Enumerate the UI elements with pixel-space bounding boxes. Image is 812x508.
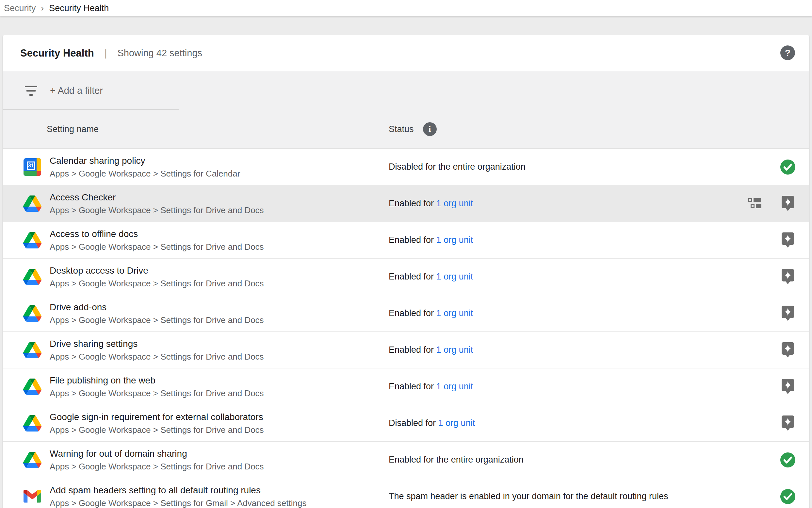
row-trailing-icon-slot[interactable] [780,342,796,358]
status-text: Enabled for [389,381,436,392]
status-ok-icon [780,489,796,504]
status-text: Disabled for [389,418,438,428]
setting-title: File publishing on the web [50,375,264,386]
setting-title: Add spam headers setting to all default … [50,485,306,496]
page-title: Security Health [20,47,94,59]
title-separator: | [104,48,107,59]
add-filter-button[interactable]: + Add a filter [50,85,103,96]
table-header: Setting name Status i [3,110,809,149]
table-row[interactable]: Access to offline docs Apps > Google Wor… [3,222,809,259]
recommendation-flag-icon[interactable] [782,379,794,394]
status-text: Enabled for [389,272,436,282]
setting-path: Apps > Google Workspace > Settings for D… [50,242,264,252]
org-unit-link[interactable]: 1 org unit [436,345,473,355]
table-row[interactable]: Warning for out of domain sharing Apps >… [3,441,809,478]
row-trailing-icon-slot[interactable] [780,232,796,248]
row-trailing-icon-slot[interactable] [780,305,796,322]
row-trailing-icon-slot[interactable] [780,415,796,431]
table-row[interactable]: Google sign-in requirement for external … [3,405,809,441]
setting-path: Apps > Google Workspace > Settings for D… [50,461,264,472]
row-trailing-icon-slot[interactable] [780,489,796,505]
setting-path: Apps > Google Workspace > Settings for D… [50,278,264,289]
settings-list: 31 Calendar sharing policy Apps > Google… [3,149,809,508]
app-icon-cell: 31 [23,158,42,176]
card-header: Security Health | Showing 42 settings ? [3,35,809,71]
table-row[interactable]: Add spam headers setting to all default … [3,478,809,508]
security-health-card: Security Health | Showing 42 settings ? … [3,35,809,508]
table-row[interactable]: 31 Calendar sharing policy Apps > Google… [3,149,809,185]
app-icon-cell [23,451,42,469]
table-row[interactable]: File publishing on the web Apps > Google… [3,369,809,405]
setting-path: Apps > Google Workspace > Settings for D… [50,205,264,215]
filter-list-icon [25,86,38,96]
drive-icon [23,196,42,212]
setting-path: Apps > Google Workspace > Settings for C… [50,168,240,179]
recommendation-flag-icon[interactable] [782,306,794,321]
drive-icon [23,342,42,358]
recommendation-flag-icon[interactable] [782,416,794,431]
drive-icon [23,452,42,468]
row-trailing-icon-slot[interactable] [780,196,796,212]
recommendation-flag-icon[interactable] [782,269,794,284]
setting-title: Calendar sharing policy [50,155,240,166]
row-trailing-icon-slot[interactable] [780,452,796,468]
status-text: The spam header is enabled in your domai… [389,491,668,502]
setting-path: Apps > Google Workspace > Settings for G… [50,498,306,508]
status-ok-icon [780,452,796,468]
status-text: Enabled for [389,345,436,355]
drive-icon [23,269,42,285]
calendar-icon: 31 [23,158,41,176]
app-icon-cell [23,195,42,213]
org-unit-link[interactable]: 1 org unit [436,381,473,392]
org-unit-assignment-icon [748,198,761,208]
info-icon[interactable]: i [423,122,437,136]
column-setting-name: Setting name [47,124,99,134]
recommendation-flag-icon[interactable] [782,232,794,248]
setting-path: Apps > Google Workspace > Settings for D… [50,425,264,435]
help-icon[interactable]: ? [780,45,795,60]
setting-title: Drive sharing settings [50,338,264,349]
status-text: Enabled for [389,199,436,209]
org-unit-link[interactable]: 1 org unit [436,272,473,282]
row-trailing-icon-slot[interactable] [780,379,796,395]
settings-count: Showing 42 settings [117,48,202,58]
recommendation-flag-icon[interactable] [782,342,794,357]
setting-path: Apps > Google Workspace > Settings for D… [50,351,264,362]
breadcrumb-chevron-icon: › [41,3,44,13]
status-text: Enabled for the entire organization [389,455,524,465]
setting-title: Google sign-in requirement for external … [50,412,264,423]
app-icon-cell [23,488,42,506]
app-icon-cell [23,268,42,286]
org-unit-link[interactable]: 1 org unit [436,308,473,319]
table-row[interactable]: Access Checker Apps > Google Workspace >… [3,185,809,222]
org-unit-link[interactable]: 1 org unit [438,418,475,428]
row-trailing-icon-slot[interactable] [780,269,796,285]
gmail-icon [23,490,41,503]
org-unit-link[interactable]: 1 org unit [436,199,473,209]
drive-icon [23,232,42,248]
breadcrumb-security[interactable]: Security [4,3,36,13]
status-ok-icon [780,159,796,175]
recommendation-flag-icon[interactable] [782,196,794,211]
status-text: Enabled for [389,235,436,245]
table-row[interactable]: Desktop access to Drive Apps > Google Wo… [3,259,809,295]
drive-icon [23,379,42,395]
status-text: Disabled for the entire organization [389,162,526,172]
table-row[interactable]: Drive add-ons Apps > Google Workspace > … [3,295,809,332]
app-icon-cell [23,378,42,396]
drive-icon [23,415,42,431]
status-text: Enabled for [389,308,436,319]
column-status: Status i [389,122,437,136]
row-extra-icon-slot [748,198,761,208]
setting-path: Apps > Google Workspace > Settings for D… [50,388,264,398]
drive-icon [23,305,42,322]
status-column-label: Status [389,124,414,134]
breadcrumb: Security › Security Health [0,0,812,16]
row-trailing-icon-slot[interactable] [780,159,796,175]
setting-title: Access to offline docs [50,228,264,240]
setting-title: Access Checker [50,192,264,203]
filter-bar: + Add a filter [3,71,809,110]
table-row[interactable]: Drive sharing settings Apps > Google Wor… [3,332,809,369]
org-unit-link[interactable]: 1 org unit [436,235,473,245]
setting-title: Warning for out of domain sharing [50,448,264,459]
